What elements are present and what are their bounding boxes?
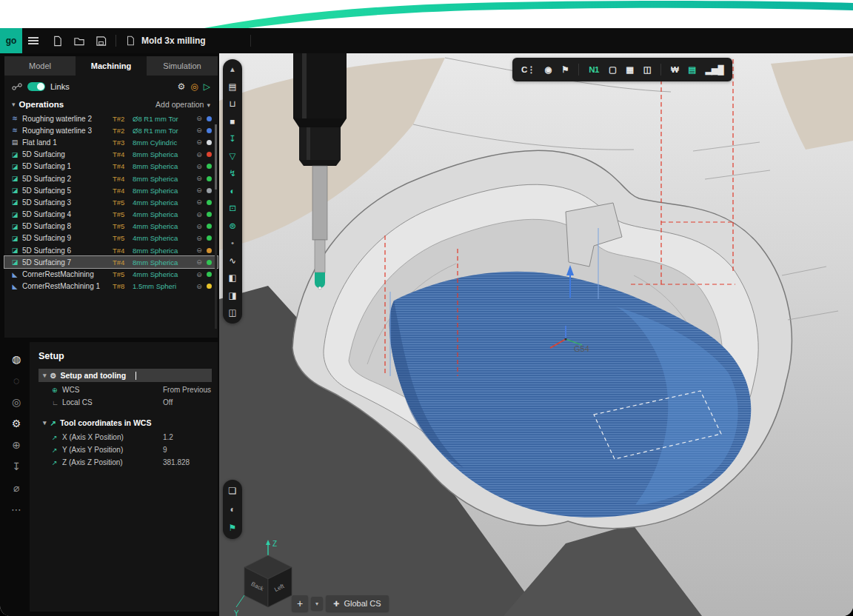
cs-dropdown-button[interactable]: ▾ <box>311 597 323 610</box>
settings-gear-icon[interactable]: ⚙ <box>12 418 21 429</box>
app-logo[interactable]: go <box>0 28 22 53</box>
run-icon[interactable]: ▷ <box>204 81 210 92</box>
add-operation-button[interactable]: Add operation▾ <box>155 100 210 109</box>
simulation-view-icon[interactable]: ◍ <box>12 354 21 364</box>
collapse-icon[interactable]: ▾ <box>43 419 47 426</box>
post-icon[interactable]: ▤ <box>688 64 695 75</box>
local-cs-row[interactable]: ∟ Local CS Off <box>30 396 218 409</box>
operation-row[interactable]: ◪ 5D Surfacing 1 T#4 8mm Spherica ⊖ <box>4 161 218 173</box>
axis-x-row[interactable]: ↗ X (Axis X Position) 1.2 <box>30 431 218 443</box>
new-file-icon[interactable] <box>52 36 63 47</box>
axis-y-value[interactable]: 9 <box>163 446 167 454</box>
operation-row[interactable]: ≋ Roughing waterline 3 T#2 Ø8 R1 mm Tor … <box>4 124 218 136</box>
wcs-value[interactable]: From Previous <box>163 386 211 394</box>
operation-row[interactable]: ◪ 5D Surfacing 8 T#5 4mm Spherica ⊖ <box>4 221 218 232</box>
fixture-icon[interactable]: ▽ <box>230 153 236 161</box>
spindle-icon[interactable]: ◉ <box>545 64 552 75</box>
operation-suppress-icon[interactable]: ⊖ <box>195 271 204 278</box>
axis-z-row[interactable]: ↗ Z (Axis Z Position) 381.828 <box>30 456 218 469</box>
probe-icon[interactable]: ↯ <box>229 170 236 178</box>
operation-suppress-icon[interactable]: ⊖ <box>195 283 204 290</box>
fit-view-icon[interactable]: ❏ <box>229 486 237 495</box>
operation-suppress-icon[interactable]: ⊖ <box>195 258 204 266</box>
wcs-row[interactable]: ⊕ WCS From Previous <box>30 384 218 396</box>
tab-simulation[interactable]: Simulation <box>147 56 218 76</box>
3d-viewport[interactable]: G54 Z Back Le <box>219 53 853 616</box>
operation-row[interactable]: ◪ 5D Surfacing 2 T#4 8mm Spherica ⊖ <box>4 173 218 184</box>
disc-icon[interactable]: ◎ <box>12 397 21 407</box>
panel-grid-icon[interactable]: ◫ <box>229 309 237 318</box>
operation-suppress-icon[interactable]: ⊖ <box>195 138 204 146</box>
tool-icon[interactable]: ↧ <box>229 135 236 144</box>
axis-y-row[interactable]: ↗ Y (Axis Y Position) 9 <box>30 443 218 456</box>
panel-right-icon[interactable]: ◨ <box>229 292 237 301</box>
flag-icon[interactable]: ⚑ <box>229 523 237 532</box>
save-icon[interactable] <box>96 36 107 47</box>
stats-icon[interactable]: ▂▅█ <box>706 64 723 75</box>
operation-row[interactable]: ◪ 5D Surfacing 9 T#5 4mm Spherica ⊖ <box>4 232 218 244</box>
panel-left-icon[interactable]: ◧ <box>229 274 237 283</box>
operation-suppress-icon[interactable]: ⊖ <box>195 175 204 182</box>
operation-suppress-icon[interactable]: ⊖ <box>195 187 204 194</box>
tool-flag-icon[interactable]: ⚑ <box>561 64 569 75</box>
operations-settings-icon[interactable]: ⚙ <box>178 81 186 92</box>
operation-row[interactable]: ◪ 5D Surfacing 4 T#5 4mm Spherica ⊖ <box>4 209 218 221</box>
scroll-up-icon[interactable]: ▴ <box>230 65 235 74</box>
operation-row[interactable]: ◣ CornerRestMachining T#5 4mm Spherica ⊖ <box>4 268 218 280</box>
operation-name: 5D Surfacing 3 <box>22 198 110 207</box>
operation-suppress-icon[interactable]: ⊖ <box>195 223 204 230</box>
tool-coordinates-header[interactable]: ▾ ↗ Tool coordinates in WCS <box>39 416 212 429</box>
add-cs-button[interactable]: + <box>292 595 308 612</box>
monitor-grid-icon[interactable]: ◫ <box>643 64 651 75</box>
operation-row[interactable]: ▤ Flat land 1 T#3 8mm Cylindric ⊖ <box>4 136 218 148</box>
grid-export-icon[interactable]: ▦ <box>626 64 633 75</box>
point-icon[interactable]: • <box>231 239 234 248</box>
monitor-icon[interactable]: ▢ <box>609 64 616 75</box>
operation-row[interactable]: ◪ 5D Surfacing 3 T#5 4mm Spherica ⊖ <box>4 196 218 208</box>
operation-row[interactable]: ≋ Roughing waterline 2 T#2 Ø8 R1 mm Tor … <box>4 113 218 124</box>
nc-code-icon[interactable]: N1 <box>589 65 599 74</box>
collision-icon[interactable]: ⊛ <box>229 222 236 231</box>
axis-z-value[interactable]: 381.828 <box>163 458 190 466</box>
operation-suppress-icon[interactable]: ⊖ <box>195 115 204 122</box>
measure-icon[interactable]: ₩ <box>671 65 678 74</box>
tool-holder-icon[interactable]: ⊔ <box>230 100 236 109</box>
collision-control-icon[interactable]: C⋮ <box>521 64 535 75</box>
operations-scrollbar[interactable] <box>215 124 217 329</box>
operations-collapse-icon[interactable]: ▾ <box>12 101 16 108</box>
local-cs-value[interactable]: Off <box>163 398 173 406</box>
collapse-icon[interactable]: ▾ <box>43 372 47 379</box>
spline-icon[interactable]: ∿ <box>229 257 236 266</box>
target-icon[interactable]: ◎ <box>190 81 198 92</box>
rotary-axis-icon[interactable]: ◐ <box>230 187 235 196</box>
tool-axis-icon[interactable]: ↧ <box>12 461 21 472</box>
operation-row-selected[interactable]: ◪ 5D Surfacing 7 T#4 8mm Spherica ⊖ <box>4 256 218 268</box>
machine-icon[interactable]: ▤ <box>229 83 237 92</box>
links-toggle[interactable] <box>27 82 45 91</box>
operation-row[interactable]: ◪ 5D Surfacing 6 T#4 8mm Spherica ⊖ <box>4 244 218 256</box>
global-cs-button[interactable]: ✚ Global CS <box>326 595 389 612</box>
operation-suppress-icon[interactable]: ⊖ <box>195 127 204 134</box>
transform-icon[interactable]: ⊕ <box>12 440 21 450</box>
tool-diameter-icon[interactable]: ⌀ <box>13 483 19 493</box>
stock-icon[interactable]: ◌ <box>13 375 19 386</box>
menu-icon[interactable] <box>22 28 44 53</box>
operation-row[interactable]: ◪ 5D Surfacing T#4 8mm Spherica ⊖ <box>4 149 218 161</box>
axis-x-value[interactable]: 1.2 <box>163 433 173 441</box>
operation-suppress-icon[interactable]: ⊖ <box>195 198 204 206</box>
operation-suppress-icon[interactable]: ⊖ <box>195 163 204 170</box>
orbit-icon[interactable]: ◐ <box>230 505 235 514</box>
operation-row[interactable]: ◣ CornerRestMachining 1 T#8 1.5mm Spheri… <box>4 281 218 292</box>
machine-box-icon[interactable]: ⊡ <box>229 204 236 213</box>
more-icon[interactable]: ⋯ <box>11 504 21 515</box>
operation-suppress-icon[interactable]: ⊖ <box>195 211 204 218</box>
workpiece-icon[interactable]: ■ <box>230 118 235 127</box>
operation-suppress-icon[interactable]: ⊖ <box>195 247 204 254</box>
operation-row[interactable]: ◪ 5D Surfacing 5 T#4 8mm Spherica ⊖ <box>4 184 218 196</box>
tab-machining[interactable]: Machining <box>76 56 147 76</box>
operation-suppress-icon[interactable]: ⊖ <box>195 151 204 158</box>
tab-model[interactable]: Model <box>4 56 76 76</box>
operation-suppress-icon[interactable]: ⊖ <box>195 235 204 242</box>
open-folder-icon[interactable] <box>73 36 85 47</box>
setup-and-tooling-header[interactable]: ▾ ⚙ Setup and tooling <box>39 369 212 382</box>
